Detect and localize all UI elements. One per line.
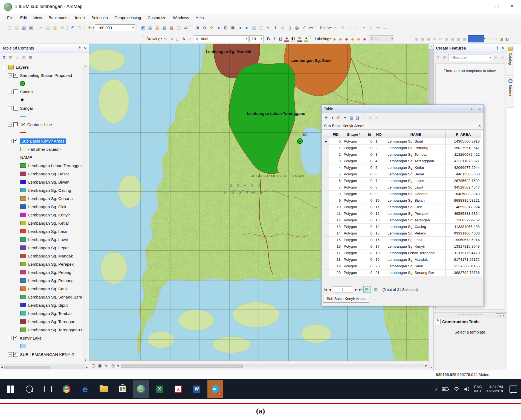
column-header-name[interactable]: NAME <box>386 131 446 138</box>
previous-record-button[interactable]: ◀ <box>329 288 331 291</box>
row-selector[interactable] <box>323 178 329 184</box>
map-view-control-icon[interactable]: ▢ <box>90 363 96 369</box>
font-combobox[interactable]: ◎ Arial ▾ <box>194 35 248 42</box>
toolbar-icon[interactable]: ◧ <box>504 36 510 42</box>
toc-symbol-row[interactable] <box>0 79 82 88</box>
record-number-input[interactable]: 1 <box>333 286 353 293</box>
taskbar-search-button[interactable] <box>21 380 37 398</box>
table-row[interactable]: 7 Polygon 0 8 Lembangan Sg. Lawit 345285… <box>323 184 483 191</box>
table-toolbar-icon[interactable]: ⊞ <box>336 115 342 121</box>
toolbar-icon[interactable]: ⊞ <box>432 36 438 42</box>
taskbar-arcmap[interactable] <box>133 380 149 398</box>
toc-legend-item[interactable]: Lembangan Sg. Perepek <box>0 260 82 268</box>
table-toolbar-icon[interactable]: ≣ <box>323 115 329 121</box>
toolbar-icon[interactable]: ▦ <box>161 24 168 31</box>
toolbar-grip[interactable] <box>190 25 192 31</box>
toc-symbol-row[interactable] <box>0 129 82 137</box>
label-engine-combobox[interactable]: Fast ▾ <box>369 35 394 42</box>
collapse-icon[interactable] <box>3 65 7 69</box>
splitter-grip[interactable] <box>458 314 483 315</box>
toc-legend-item[interactable]: Lembangan Sg. Terengganu Mati <box>0 326 82 334</box>
splitter-expand-icon[interactable]: ▲ <box>501 313 505 317</box>
column-header-id[interactable]: Id <box>365 131 374 138</box>
scroll-up-icon[interactable]: ▲ <box>83 64 88 68</box>
toc-legend-item[interactable]: Lembangan Sg. Lawit <box>0 235 82 244</box>
toc-legend-other-values[interactable]: <all other values> <box>0 145 82 153</box>
toolbar-icon[interactable]: ℹ <box>272 24 279 31</box>
toolbar-icon[interactable]: ▦ <box>20 24 27 31</box>
toolbar-icon[interactable]: ∠ <box>368 24 375 31</box>
column-header-no[interactable]: NO_ <box>374 131 386 138</box>
toc-legend-item[interactable]: Lembangan Sg. Cenana <box>0 194 82 202</box>
toc-horizontal-scrollbar[interactable]: ◀ ▶ <box>0 364 89 369</box>
toolbar-icon[interactable]: ▦ <box>456 36 462 42</box>
toolbar-grip[interactable] <box>410 36 412 42</box>
toolbar-icon[interactable]: ▭ <box>308 24 315 31</box>
label-tool-icon[interactable]: ◆ <box>349 36 355 42</box>
table-row[interactable]: 1 Polygon 0 2 Lembangan Sg. Petuang 2502… <box>323 145 483 151</box>
layer-checkbox[interactable] <box>13 73 18 78</box>
scroll-down-icon[interactable]: ▼ <box>83 358 88 362</box>
task-view-button[interactable] <box>40 380 56 398</box>
table-toolbar-icon[interactable]: ◨ <box>355 115 361 121</box>
toolbar-icon[interactable]: ▢ <box>175 36 181 42</box>
layer-checkbox[interactable] <box>13 352 18 357</box>
toolbar-icon[interactable]: ▧ <box>251 24 258 31</box>
toc-legend-item[interactable]: Lembangan Sg. Kenyir <box>0 211 82 219</box>
menu-item[interactable]: Insert <box>72 15 88 21</box>
table-row[interactable]: 20 Polygon 0 21 Lembangan Sg. Senang Ber… <box>323 270 483 276</box>
add-data-icon[interactable]: ✚ <box>86 24 93 31</box>
toc-legend-item[interactable]: Lembangan Sg. Cacing <box>0 186 82 194</box>
toc-layer-subbasin[interactable]: Sub Basin Kenyir Areas <box>0 137 82 145</box>
column-header-shape[interactable]: Shape * <box>342 131 365 138</box>
toolbar-icon[interactable]: ◎ <box>293 24 300 31</box>
italic-button[interactable]: I <box>271 36 277 42</box>
toolbar-icon[interactable]: ▦ <box>462 36 468 42</box>
toolbar-icon[interactable]: ↖ <box>332 24 339 31</box>
menu-item[interactable]: Help <box>192 15 207 21</box>
table-row[interactable]: 5 Polygon 0 6 Lembangan Sg. Besar 446135… <box>323 171 483 178</box>
toc-symbol-row[interactable] <box>0 96 82 104</box>
show-selected-records-button[interactable]: ▥ <box>372 286 380 293</box>
toolbar-icon[interactable]: ⊞ <box>222 24 229 31</box>
toolbar-icon[interactable]: ⊞ <box>442 54 448 60</box>
toolbar-icon[interactable]: ▢ <box>175 24 182 31</box>
row-selector[interactable]: ▶ <box>323 138 329 145</box>
toolbar-icon[interactable]: ✎ <box>339 24 346 31</box>
toolbar-icon[interactable]: ✦ <box>361 24 368 31</box>
toolbar-grip[interactable] <box>310 36 312 42</box>
battery-icon[interactable] <box>442 387 449 391</box>
toc-layer-sungai[interactable]: Sungai <box>0 104 82 112</box>
chevron-down-icon[interactable]: ▾ <box>330 26 332 29</box>
layer-checkbox[interactable] <box>13 336 18 340</box>
toc-legend-item[interactable]: Lembangan Sg. Senang Berangan <box>0 293 82 301</box>
layer-checkbox[interactable] <box>13 139 18 143</box>
table-row[interactable]: 6 Polygon 0 7 Lembangan Sg. Lepar 267856… <box>323 178 483 184</box>
search-icon[interactable]: ◎ <box>499 54 505 60</box>
scale-combobox[interactable]: 1:80,000 ▾ <box>95 24 135 31</box>
toolbar-icon[interactable]: ⊠ <box>229 24 236 31</box>
toc-toolbar-icon[interactable]: ▧ <box>21 54 27 60</box>
table-window-titlebar[interactable]: Table ⊡ ✕ <box>322 105 484 113</box>
toc-toolbar-icon[interactable]: ▦ <box>27 54 33 60</box>
last-record-button[interactable]: ▶| <box>359 288 361 291</box>
table-toolbar-icon[interactable]: ⊞ <box>361 115 367 121</box>
toc-legend-item[interactable]: Lembangan Sg. Ketiar <box>0 219 82 227</box>
tray-chevron-icon[interactable]: ∧ <box>435 387 438 391</box>
layer-checkbox[interactable] <box>13 106 18 111</box>
table-row[interactable]: ▶ 0 Polygon 0 1 Lembangan Sg. Siput 1430… <box>323 138 483 145</box>
row-selector[interactable] <box>323 243 329 250</box>
row-selector[interactable] <box>323 191 329 197</box>
taskbar-word[interactable]: W <box>189 380 205 398</box>
table-row[interactable]: 4 Polygon 0 5 Lembangan Sg. Ketiar 42069… <box>323 164 483 171</box>
toolbar-icon[interactable]: ∠ <box>300 24 308 31</box>
panel-splitter[interactable]: ▼ ▲ <box>434 312 507 317</box>
menu-item[interactable]: Selection <box>88 15 111 21</box>
toc-vertical-scrollbar[interactable]: ▲ ▼ <box>83 64 88 362</box>
toc-legend-item[interactable]: Lembangan Sg. Petuang <box>0 276 82 285</box>
tab-catalog[interactable]: Catalog <box>507 45 514 76</box>
symbol-dropdown[interactable] <box>468 35 484 42</box>
color-tool-button[interactable]: A <box>283 35 290 42</box>
menu-item[interactable]: File <box>4 15 17 21</box>
toolbar-icon[interactable]: ▭ <box>486 36 492 42</box>
